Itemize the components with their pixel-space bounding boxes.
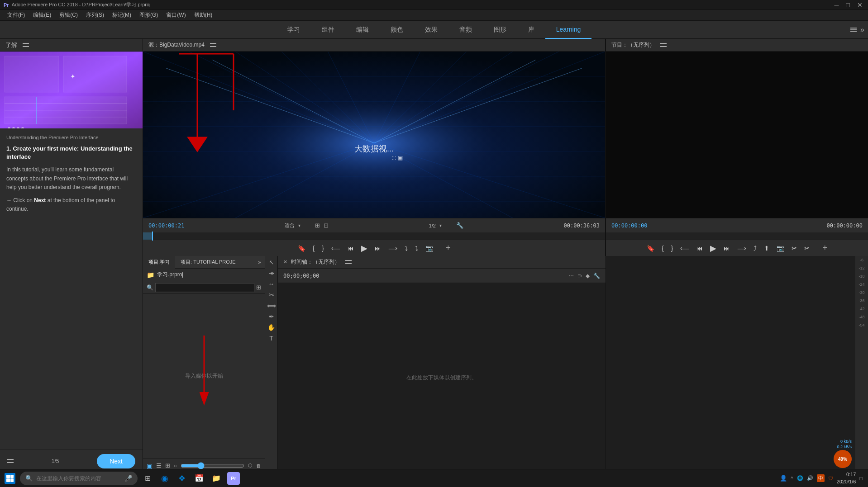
timeline-wrench-button[interactable]: 🔧 (593, 273, 600, 279)
next-button[interactable]: Next (97, 454, 135, 468)
fraction-dropdown-arrow[interactable]: ▾ (439, 223, 442, 228)
timeline-menu[interactable] (345, 260, 352, 264)
track-select-tool[interactable]: ↠ (268, 269, 275, 278)
linked-select-button[interactable]: ⊃ (577, 273, 582, 279)
nav-audio[interactable]: 音频 (448, 21, 483, 39)
project-search-input[interactable] (155, 283, 254, 292)
project-tab-1[interactable]: 项目:学习 (143, 256, 175, 269)
menu-file[interactable]: 文件(F) (4, 10, 29, 20)
project-view-toggle[interactable]: ⊞ (256, 284, 261, 291)
nav-expand-button[interactable]: » (860, 26, 864, 34)
step-forward-button[interactable]: ⏭ (375, 245, 381, 252)
menu-window[interactable]: 窗口(W) (162, 10, 189, 20)
add-marker-tl-button[interactable]: ◆ (586, 273, 590, 279)
add-transport-button[interactable]: + (446, 243, 451, 253)
ripple-tool[interactable]: ↔ (267, 279, 276, 288)
vscode-button[interactable]: ❖ (174, 470, 190, 487)
prog-trim2-button[interactable]: ✂ (804, 245, 810, 252)
go-out-button[interactable]: ⟹ (388, 245, 397, 252)
nav-hamburger[interactable] (850, 28, 857, 32)
zoom-slider[interactable] (181, 462, 244, 469)
nav-assembly[interactable]: 组件 (311, 21, 345, 39)
step-back-button[interactable]: ⏮ (348, 245, 354, 252)
trash-button[interactable]: 🗑 (256, 463, 261, 468)
prog-play-button[interactable]: ▶ (710, 243, 716, 253)
prog-add-transport-button[interactable]: + (822, 243, 827, 253)
menu-edit[interactable]: 编辑(E) (29, 10, 55, 20)
auto-match[interactable]: ⬡ (248, 463, 253, 468)
calendar-button[interactable]: 📅 (191, 470, 207, 487)
snap-button[interactable]: ⋯ (568, 273, 574, 279)
nav-edit[interactable]: 编辑 (345, 21, 380, 39)
menu-marker[interactable]: 标记(M) (109, 10, 135, 20)
program-monitor-menu[interactable] (660, 43, 667, 47)
source-timecode-out[interactable]: 00:00:36:03 (564, 222, 600, 229)
prog-lift-button[interactable]: ⤴ (754, 245, 757, 252)
prog-step-back-button[interactable]: ⏮ (696, 245, 703, 252)
insert-icon[interactable]: ⊡ (324, 222, 329, 229)
input-method[interactable]: 中 (817, 474, 825, 482)
premiere-button[interactable]: Pr (225, 470, 242, 487)
overwrite-button[interactable]: ⤵ (415, 245, 418, 252)
footer-menu-icon[interactable] (7, 459, 14, 463)
select-tool[interactable]: ↖ (268, 258, 275, 267)
maximize-button[interactable]: □ (844, 1, 852, 9)
program-timecode-out[interactable]: 00:00:00:00 (827, 222, 863, 229)
list-view-button[interactable]: ☰ (156, 462, 162, 469)
source-playhead[interactable] (152, 232, 153, 241)
add-marker-button[interactable]: 🔖 (298, 245, 305, 252)
nav-libraries[interactable]: 库 (517, 21, 545, 39)
learn-panel-menu[interactable] (23, 43, 29, 47)
prog-add-marker-button[interactable]: 🔖 (647, 245, 654, 252)
slip-tool[interactable]: ⟺ (266, 301, 277, 310)
play-button[interactable]: ▶ (361, 243, 367, 253)
camera-button[interactable]: 📷 (425, 245, 433, 252)
mark-in-button[interactable]: { (313, 245, 315, 252)
go-in-button[interactable]: ⟸ (331, 245, 340, 252)
program-timecode-in[interactable]: 00:00:00:00 (611, 222, 647, 229)
fit-dropdown-arrow[interactable]: ▾ (298, 223, 300, 228)
pen-tool[interactable]: ✒ (268, 312, 275, 321)
nav-color[interactable]: 颜色 (380, 21, 414, 39)
minimize-button[interactable]: ─ (833, 1, 841, 9)
prog-go-out-button[interactable]: ⟹ (737, 245, 746, 252)
prog-mark-out-button[interactable]: } (671, 245, 673, 252)
menu-clip[interactable]: 剪辑(C) (56, 10, 81, 20)
taskbar-search-input[interactable] (36, 475, 121, 482)
source-timecode-in[interactable]: 00:00:00:21 (148, 222, 184, 229)
expand-tray[interactable]: ^ (791, 476, 793, 481)
project-tab-2[interactable]: 项目: TUTORIAL PROJE (175, 256, 241, 269)
new-bin-button[interactable]: ▣ (147, 462, 153, 469)
text-tool[interactable]: T (268, 334, 274, 343)
program-timeline[interactable] (606, 232, 868, 240)
volume-icon[interactable]: 🔊 (807, 475, 813, 481)
menu-sequence[interactable]: 序列(S) (82, 10, 108, 20)
clock-display[interactable]: 0:17 2020/1/6 (837, 471, 856, 485)
export-icon[interactable]: ⊞ (315, 222, 320, 229)
timeline-timecode[interactable]: 00;00;00;00 (283, 273, 319, 279)
prog-mark-in-button[interactable]: { (662, 245, 664, 252)
close-button[interactable]: ✕ (855, 1, 864, 9)
razor-tool[interactable]: ✂ (268, 290, 275, 299)
explorer-button[interactable]: 📁 (208, 470, 224, 487)
prog-step-forward-button[interactable]: ⏭ (724, 245, 730, 252)
prog-camera-button[interactable]: 📷 (777, 245, 784, 252)
insert-button[interactable]: ⤵ (405, 245, 408, 252)
close-seq-icon[interactable]: ✕ (283, 259, 287, 265)
start-button[interactable] (2, 470, 18, 487)
edge-button[interactable]: ◉ (157, 470, 173, 487)
nav-learn[interactable]: 学习 (277, 21, 311, 39)
hand-tool[interactable]: ✋ (267, 323, 276, 332)
project-tabs-more[interactable]: » (254, 259, 265, 265)
nav-learning[interactable]: Learning (545, 21, 592, 39)
source-timeline[interactable] (143, 232, 605, 240)
nav-graphics[interactable]: 图形 (483, 21, 517, 39)
mark-out-button[interactable]: } (322, 245, 324, 252)
notification-icon[interactable]: □ (859, 476, 863, 481)
taskbar-search[interactable]: 🔍 🎤 (20, 472, 138, 485)
menu-graphics[interactable]: 图形(G) (136, 10, 162, 20)
source-monitor-menu[interactable] (210, 43, 216, 47)
nav-effects[interactable]: 效果 (414, 21, 448, 39)
prog-extract-button[interactable]: ⬆ (764, 245, 769, 252)
icon-view-button[interactable]: ⊞ (165, 462, 170, 469)
